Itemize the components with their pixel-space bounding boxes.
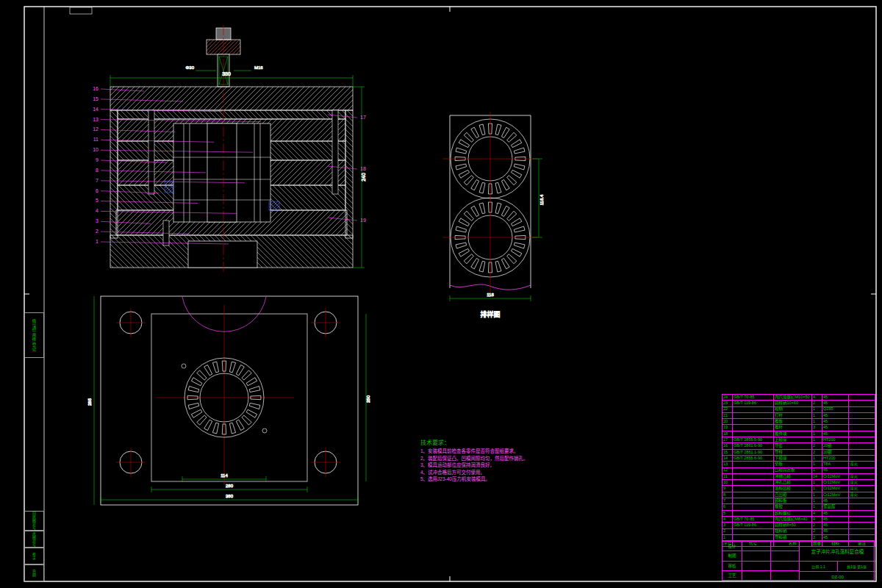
bom-material: 45 xyxy=(822,523,849,528)
bom-row: 18 推件块 1 45 xyxy=(723,431,875,437)
title-block-role: 工艺 xyxy=(723,571,742,580)
bom-row: 5 卸料螺钉 4 45 xyxy=(723,510,875,516)
bom-material: 45 xyxy=(822,419,849,425)
bom-name: 推杆 xyxy=(774,425,812,431)
bom-row: 11 冲槽凸模 24 Cr12MoV 淬火 xyxy=(723,473,875,479)
bom-code xyxy=(733,534,774,540)
bom-material: 45 xyxy=(822,528,849,534)
title-block-row: 设计 xyxy=(723,542,799,551)
bom-code xyxy=(733,419,774,425)
bom-name: 挡料销 xyxy=(774,528,812,534)
dim-label: M16 xyxy=(254,65,263,70)
dim-label: 285 xyxy=(87,398,92,406)
title-block-role: 制图 xyxy=(723,551,742,560)
bom-qty: 4 xyxy=(812,395,822,401)
bom-row: 13 垫板 1 T8A 淬火 xyxy=(723,462,875,467)
bom-remark xyxy=(849,523,875,528)
bom-row: 21 打杆 1 45 xyxy=(723,412,875,418)
bom-material: 45 xyxy=(822,425,849,431)
bom-rows: 24 GB/T 70-85 内六角螺钉M10×50 4 45 23 GB/T 1… xyxy=(723,395,875,541)
tech-requirement-item: 2、装配后保证凸、凹模间隙均匀，然后配作销孔。 xyxy=(420,455,528,462)
bom-seq: 13 xyxy=(723,462,733,467)
dim-label: 114 xyxy=(220,473,228,478)
bom-code xyxy=(733,504,774,510)
bom-remark xyxy=(849,467,875,473)
bom-name: 卸料板 xyxy=(774,498,812,504)
bom-remark xyxy=(849,455,875,461)
bom-remark xyxy=(849,449,875,455)
bom-material: Cr12MoV xyxy=(822,480,849,486)
bom-seq: 12 xyxy=(723,467,733,473)
dim-label: 380 xyxy=(226,494,234,498)
margin-block: 底图总号 xyxy=(24,531,44,548)
bom-qty: 1 xyxy=(812,406,822,412)
bom-qty: 1 xyxy=(812,419,822,425)
drawing-number: DZ-00 xyxy=(800,572,875,581)
bom-name: 导料销 xyxy=(774,534,812,540)
bom-row: 15 GB/T 2861.1-90 导柱 2 20钢 xyxy=(723,449,875,455)
title-block-signatures: 设计 制图 审核 工艺 xyxy=(723,542,799,580)
bom-code xyxy=(733,492,774,498)
bom-name: 卸料螺钉 xyxy=(774,510,812,516)
bom-material: 45 xyxy=(822,510,849,516)
bom-row: 4 GB/T 70-85 内六角螺钉M8×40 4 45 xyxy=(723,516,875,522)
title-block-signature-cell xyxy=(742,542,771,551)
bom-seq: 19 xyxy=(723,425,733,431)
bom-remark xyxy=(849,419,875,425)
margin-block-label: 签字 xyxy=(32,553,37,560)
bom-row: 20 推板 1 45 xyxy=(723,419,875,425)
bom-name: 打杆 xyxy=(774,412,812,418)
title-block-signature-cell xyxy=(742,571,771,580)
bom-code xyxy=(733,486,774,492)
title-block-right: 定子冲片冲孔落料复合模 比例 1:1 共1张 第1张 DZ-00 xyxy=(799,542,875,580)
bom-remark xyxy=(849,401,875,406)
margin-block: 日期 xyxy=(24,564,44,581)
bom-seq: 17 xyxy=(723,437,733,443)
bom-seq: 10 xyxy=(723,480,733,486)
bom-remark: 淬火 xyxy=(849,462,875,467)
bom-name: 内六角螺钉M10×50 xyxy=(774,395,812,401)
bom-material: Cr12MoV xyxy=(822,492,849,498)
bom-code xyxy=(733,431,774,437)
bom-seq: 9 xyxy=(723,486,733,492)
bom-seq: 24 xyxy=(723,395,733,401)
bom-seq: 7 xyxy=(723,498,733,504)
title-block-row: 制图 xyxy=(723,551,799,561)
dim-label: 250 xyxy=(366,395,370,403)
bom-remark xyxy=(849,443,875,449)
bom-qty: 1 xyxy=(812,480,822,486)
title-block: 设计 制图 审核 工艺 xyxy=(722,541,875,581)
bom-name: 落料凹模 xyxy=(774,486,812,492)
bom-seq: 16 xyxy=(723,443,733,449)
bom-remark xyxy=(849,395,875,401)
bom-qty: 1 xyxy=(812,462,822,467)
bom-code: GB/T 119-86 xyxy=(733,523,774,528)
bom-qty: 1 xyxy=(812,455,822,461)
bom-row: 19 推杆 3 45 xyxy=(723,425,875,431)
bom-seq: 6 xyxy=(723,504,733,510)
bom-material: 聚氨酯 xyxy=(822,504,849,510)
bom-code xyxy=(733,498,774,504)
title-block-row: 工艺 xyxy=(723,571,799,580)
dim-label: 116.4 xyxy=(539,194,544,205)
bom-row: 14 GB/T 2855.6-90 下模座 1 HT200 xyxy=(723,455,875,461)
bom-row: 12 凸模固定板 1 45 xyxy=(723,467,875,473)
bom-code: GB/T 2861.1-90 xyxy=(733,449,774,455)
bom-qty: 1 xyxy=(812,431,822,437)
bom-seq: 21 xyxy=(723,412,733,418)
title-block-signature-cell xyxy=(742,551,771,560)
bom-material: Cr12MoV xyxy=(822,486,849,492)
bom-row: 23 GB/T 119-86 圆柱销10×60 2 45 xyxy=(723,401,875,406)
bom-qty: 2 xyxy=(812,534,822,540)
bom-code: GB/T 2855.6-90 xyxy=(733,455,774,461)
bom-seq: 11 xyxy=(723,473,733,479)
bom-row: 17 GB/T 2855.5-90 上模座 1 HT200 xyxy=(723,437,875,443)
bom-seq: 20 xyxy=(723,419,733,425)
bom-qty: 1 xyxy=(812,467,822,473)
bom-remark xyxy=(849,425,875,431)
bom-seq: 18 xyxy=(723,431,733,437)
tech-requirement-item: 3、模具运动部位应保持润滑良好。 xyxy=(420,462,528,469)
bom-name: 圆柱销8×50 xyxy=(774,523,812,528)
tech-requirement-item: 4、试冲合格后方可交付使用。 xyxy=(420,469,528,476)
bom-code xyxy=(733,425,774,431)
